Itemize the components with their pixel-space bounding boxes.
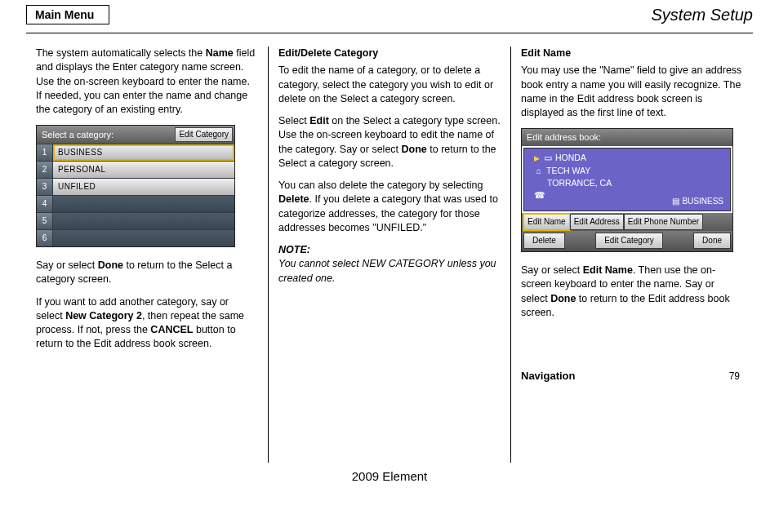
col3-heading: Edit Name [521, 47, 743, 60]
category-row-number: 3 [37, 179, 53, 195]
category-icon: ▤ [671, 196, 680, 208]
category-row-number: 6 [37, 230, 53, 246]
section-tab: Main Menu [26, 5, 109, 24]
delete-button[interactable]: Delete [523, 233, 565, 249]
address-icon: ⌂ [534, 165, 543, 177]
category-row[interactable]: 4 [37, 195, 234, 212]
category-row[interactable]: 1BUSINESS [37, 144, 234, 161]
col2-heading: Edit/Delete Category [278, 47, 501, 60]
done-button[interactable]: Done [693, 233, 731, 249]
category-row-label [53, 196, 234, 212]
category-row-label: PERSONAL [53, 162, 234, 178]
entry-name: HONDA [555, 152, 586, 164]
edit-category-button[interactable]: Edit Category [175, 127, 233, 142]
edit-category-button-2[interactable]: Edit Category [595, 233, 663, 249]
col2-p2: Select Edit on the Select a category typ… [278, 114, 501, 171]
category-row-label [53, 230, 234, 246]
edit-phone-number-button[interactable]: Edit Phone Number [624, 214, 703, 230]
column-2: Edit/Delete Category To edit the name of… [268, 47, 510, 463]
play-icon: ▶ [534, 153, 540, 164]
section-heading: System Setup [651, 6, 753, 24]
column-3: Edit Name You may use the "Name" field t… [510, 47, 753, 463]
col3-p1: You may use the "Name" field to give an … [521, 64, 743, 120]
category-row-label: BUSINESS [53, 144, 234, 161]
col3-p2: Say or select Edit Name. Then use the on… [521, 264, 743, 320]
col2-note: NOTE:You cannot select NEW CATEGORY unle… [278, 243, 501, 286]
entry-category: BUSINESS [682, 197, 723, 206]
col2-p3: You can also delete the category by sele… [278, 179, 501, 235]
category-row-label: UNFILED [53, 179, 234, 195]
name-icon: ▭ [543, 152, 552, 164]
column-1: The system automatically selects the Nam… [26, 47, 268, 463]
edit-shot-title: Edit address book: [522, 129, 732, 146]
select-category-title: Select a category: [42, 129, 114, 141]
category-row[interactable]: 6 [37, 229, 234, 246]
phone-icon: ☎ [534, 189, 543, 202]
category-row[interactable]: 5 [37, 212, 234, 229]
col2-p1: To edit the name of a category, or to de… [278, 64, 501, 106]
edit-address-button[interactable]: Edit Address [570, 214, 624, 230]
edit-address-book-screenshot: Edit address book: ▶▭HONDA ⌂TECH WAY TOR… [521, 128, 733, 252]
edit-name-button[interactable]: Edit Name [523, 214, 570, 230]
edit-shot-display: ▶▭HONDA ⌂TECH WAY TORRANCE, CA ☎ ▤ BUSIN… [523, 148, 731, 211]
col1-p3: If you want to add another category, say… [36, 295, 258, 352]
entry-addr2: TORRANCE, CA [547, 177, 612, 189]
col1-p1: The system automatically selects the Nam… [36, 47, 258, 117]
category-row-number: 1 [37, 144, 53, 161]
entry-addr1: TECH WAY [546, 165, 590, 177]
category-row-number: 4 [37, 196, 53, 212]
category-row[interactable]: 3UNFILED [37, 178, 234, 195]
select-category-screenshot: Select a category: Edit Category 1BUSINE… [36, 125, 235, 247]
category-row[interactable]: 2PERSONAL [37, 161, 234, 178]
page-number: 79 [729, 370, 743, 383]
category-row-label [53, 213, 234, 229]
col1-p2: Say or select Done to return to the Sele… [36, 259, 258, 287]
category-row-number: 5 [37, 213, 53, 229]
footer-model: 2009 Element [0, 463, 779, 483]
rule [26, 33, 753, 33]
nav-label: Navigation [521, 369, 575, 383]
category-row-number: 2 [37, 162, 53, 178]
